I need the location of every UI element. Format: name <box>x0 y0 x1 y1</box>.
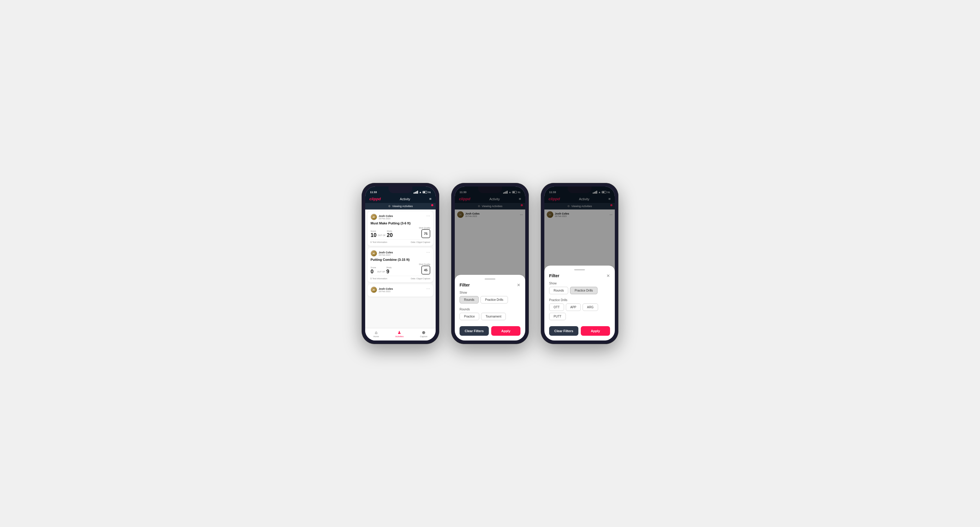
apply-button[interactable]: Apply <box>491 326 520 336</box>
user-info: JC Josh Coles 28 Feb 2023 <box>371 250 393 257</box>
score-value: 0 <box>371 268 374 275</box>
phone-3: 11:33 ▲ 51 clippd Activity ≡ ⚙ Viewing A… <box>541 183 619 344</box>
filter-option-tournament[interactable]: Tournament <box>481 313 506 320</box>
card-header: JC Josh Coles 28 Feb 2023 ··· <box>371 250 430 257</box>
nav-bar: clippd Activity ≡ <box>365 195 436 203</box>
user-date: 28 Feb 2023 <box>379 217 393 220</box>
filter-modal-sheet: Filter ✕ Show RoundsPractice Drills Roun… <box>455 275 525 340</box>
activity-card-0: JC Josh Coles 28 Feb 2023 ··· Must Make … <box>368 211 433 246</box>
card-footer: ℹ Test Information Data: Clippd Capture <box>371 239 430 243</box>
modal-title: Filter <box>460 283 470 287</box>
user-date: 28 Feb 2023 <box>379 290 393 292</box>
modal-handle <box>485 278 495 279</box>
phone-1: 11:33 ▲ 51 clippd Activity ≡ ⚙ Viewing A… <box>361 183 439 344</box>
modal-title: Filter <box>549 273 559 278</box>
footer-info-text: Test Information <box>372 241 387 243</box>
wifi-icon: ▲ <box>419 191 422 194</box>
modal-handle <box>574 269 585 270</box>
activities-content: JC Josh Coles 28 Feb 2023 ··· Must Make … <box>365 210 436 328</box>
card-header: JC Josh Coles 28 Feb 2023 ··· <box>371 214 430 220</box>
card-footer: ℹ Test Information Data: Clippd Capture <box>371 276 430 280</box>
shots-label: Shots <box>387 267 392 268</box>
footer-data: Data: Clippd Capture <box>411 241 430 243</box>
show-label: Show <box>460 291 520 294</box>
filter-option-arg[interactable]: ARG <box>582 303 598 311</box>
tab-icon-capture: ⊕ <box>422 330 425 335</box>
user-name: Josh Coles <box>379 214 393 217</box>
tab-label-activities: Activities <box>395 335 404 338</box>
clear-filters-button[interactable]: Clear Filters <box>460 326 489 336</box>
user-name: Josh Coles <box>379 287 393 290</box>
show-options: RoundsPractice Drills <box>549 287 610 294</box>
battery-level: 51 <box>428 191 431 194</box>
more-button[interactable]: ··· <box>426 286 430 290</box>
show-options: RoundsPractice Drills <box>460 296 520 303</box>
footer-info: ℹ Test Information <box>371 241 387 243</box>
more-button[interactable]: ··· <box>426 214 430 218</box>
shots-label: Shots <box>387 230 393 232</box>
tab-icon-activities: ♟ <box>398 330 401 335</box>
tab-label-home: Home <box>373 335 379 338</box>
out-of-label: OUT OF <box>377 271 385 273</box>
filter-option-ott[interactable]: OTT <box>549 303 564 311</box>
apply-button[interactable]: Apply <box>581 326 610 336</box>
user-info: JC Josh Coles 28 Feb 2023 <box>371 286 393 293</box>
filter-modal-overlay: Filter ✕ Show RoundsPractice Drills Prac… <box>544 187 615 340</box>
activity-card-partial: JC Josh Coles 28 Feb 2023 ··· <box>368 284 433 297</box>
phone-inner: 11:33 ▲ 51 clippd Activity ≡ ⚙ Viewing A… <box>544 187 615 340</box>
shots-value: 9 <box>387 268 389 275</box>
show-label: Show <box>549 282 610 285</box>
tab-bar: ⌂ Home ♟ Activities ⊕ Capture <box>365 328 436 340</box>
avatar: JC <box>371 250 377 257</box>
score-label: Score <box>371 267 376 268</box>
phone-inner: 11:33 ▲ 51 clippd Activity ≡ ⚙ Viewing A… <box>365 187 436 340</box>
notification-dot <box>431 204 433 206</box>
modal-footer: Clear Filters Apply <box>549 326 610 336</box>
battery-icon <box>423 191 427 194</box>
filter-option-putt[interactable]: PUTT <box>549 313 566 320</box>
phone-notch <box>388 187 412 193</box>
modal-close-button[interactable]: ✕ <box>606 273 610 278</box>
stats-row: Score 10 OUT OF Shots 20 Shot Quality 75 <box>371 227 430 238</box>
show-option-rounds[interactable]: Rounds <box>460 296 479 303</box>
shot-quality-badge: 45 <box>421 265 430 275</box>
modal-header: Filter ✕ <box>549 273 610 278</box>
show-option-rounds[interactable]: Rounds <box>549 287 568 294</box>
practice-drills-options: OTTAPPARGPUTT <box>549 303 610 320</box>
practice-drills-label: Practice Drills <box>549 298 610 302</box>
nav-logo: clippd <box>369 197 381 201</box>
phones-container: 11:33 ▲ 51 clippd Activity ≡ ⚙ Viewing A… <box>361 183 619 344</box>
user-name: Josh Coles <box>379 251 393 254</box>
score-value: 10 <box>371 232 377 238</box>
filter-option-app[interactable]: APP <box>566 303 581 311</box>
tab-label-capture: Capture <box>420 335 428 338</box>
footer-info-text: Test Information <box>372 278 387 279</box>
filter-modal-overlay: Filter ✕ Show RoundsPractice Drills Roun… <box>455 187 525 340</box>
tab-home[interactable]: ⌂ Home <box>373 330 379 338</box>
shot-quality-label: Shot Quality <box>419 227 430 229</box>
user-date: 28 Feb 2023 <box>379 254 393 256</box>
out-of-label: OUT OF <box>378 234 385 237</box>
status-time: 11:33 <box>370 191 377 194</box>
user-info: JC Josh Coles 28 Feb 2023 <box>371 214 393 220</box>
shot-quality-label: Shot Quality <box>419 263 430 265</box>
more-button[interactable]: ··· <box>426 250 430 254</box>
signal-icon <box>414 191 418 194</box>
viewing-text: Viewing Activities <box>392 205 413 208</box>
show-option-practice-drills[interactable]: Practice Drills <box>570 287 597 294</box>
nav-title: Activity <box>400 197 410 201</box>
viewing-banner[interactable]: ⚙ Viewing Activities <box>365 203 436 210</box>
phone-inner: 11:33 ▲ 51 clippd Activity ≡ ⚙ Viewing A… <box>455 187 525 340</box>
nav-menu-button[interactable]: ≡ <box>429 197 431 201</box>
tab-activities[interactable]: ♟ Activities <box>395 330 404 338</box>
filter-option-practice[interactable]: Practice <box>460 313 479 320</box>
shot-quality-badge: 75 <box>421 229 430 238</box>
phone-2: 11:33 ▲ 51 clippd Activity ≡ ⚙ Viewing A… <box>451 183 529 344</box>
modal-close-button[interactable]: ✕ <box>517 283 520 287</box>
show-option-practice-drills[interactable]: Practice Drills <box>480 296 508 303</box>
footer-info: ℹ Test Information <box>371 277 387 280</box>
filter-icon: ⚙ <box>388 205 391 208</box>
rounds-options: PracticeTournament <box>460 313 520 320</box>
tab-capture[interactable]: ⊕ Capture <box>420 330 428 338</box>
clear-filters-button[interactable]: Clear Filters <box>549 326 578 336</box>
